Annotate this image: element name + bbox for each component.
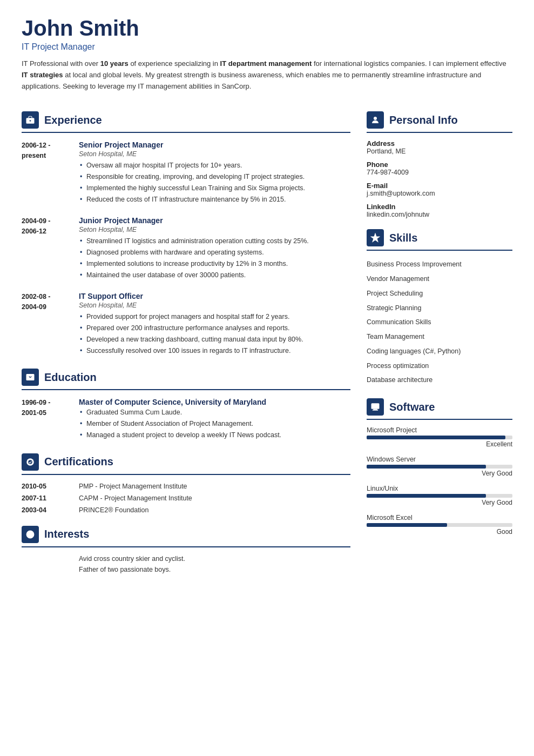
exp-title-3: IT Support Officer xyxy=(79,292,350,300)
skills-header: Skills xyxy=(367,229,512,246)
interests-title: Interests xyxy=(44,528,89,540)
interests-icon xyxy=(22,526,39,543)
exp-bullet: Implemented solutions to increase produc… xyxy=(79,259,350,269)
personal-info-divider xyxy=(367,132,512,133)
exp-content-3: IT Support Officer Seton Hospital, ME Pr… xyxy=(79,292,350,357)
software-divider xyxy=(367,419,512,420)
exp-bullets-1: Oversaw all major hospital IT projects f… xyxy=(79,160,350,204)
personal-info-title: Personal Info xyxy=(389,114,458,126)
candidate-title: IT Project Manager xyxy=(22,42,512,52)
exp-bullet: Reduced the costs of IT infrastructure m… xyxy=(79,195,350,205)
info-label-email: E-mail xyxy=(367,182,512,190)
cert-date-3: 2003-04 xyxy=(22,506,70,514)
software-section: Software Microsoft Project Excellent Win… xyxy=(367,398,512,536)
skills-divider xyxy=(367,250,512,251)
candidate-name: John Smith xyxy=(22,16,512,40)
education-title: Education xyxy=(44,371,97,384)
skill-item-9: Database architecture xyxy=(367,373,512,387)
skill-item-7: Coding languages (C#, Python) xyxy=(367,344,512,359)
personal-info-icon xyxy=(367,111,384,129)
exp-bullet: Provided support for project managers an… xyxy=(79,312,350,322)
software-name-3: Linux/Unix xyxy=(367,485,512,492)
software-header: Software xyxy=(367,398,512,416)
software-bar-label-1: Excellent xyxy=(367,440,512,448)
education-header: Education xyxy=(22,369,350,386)
software-title: Software xyxy=(389,401,435,413)
cert-date-2: 2007-11 xyxy=(22,494,70,502)
software-bar-bg-1 xyxy=(367,436,512,439)
interests-section: Interests Avid cross country skier and c… xyxy=(22,526,350,573)
interest-indent xyxy=(22,555,70,563)
software-bar-bg-3 xyxy=(367,494,512,498)
software-bar-bg-2 xyxy=(367,465,512,469)
software-bar-fill-2 xyxy=(367,465,486,469)
software-item-2: Windows Server Very Good xyxy=(367,456,512,477)
interest-indent xyxy=(22,566,70,573)
software-bar-fill-3 xyxy=(367,494,486,498)
education-icon xyxy=(22,369,39,386)
exp-bullet: Maintained the user database of over 300… xyxy=(79,270,350,280)
exp-title-2: Junior Project Manager xyxy=(79,216,350,225)
personal-info-header: Personal Info xyxy=(367,111,512,129)
skill-item-8: Process optimization xyxy=(367,359,512,373)
interests-divider xyxy=(22,546,350,547)
software-name-2: Windows Server xyxy=(367,456,512,463)
education-section: Education 1996-09 -2001-05 Master of Com… xyxy=(22,369,350,441)
software-bar-label-4: Good xyxy=(367,528,512,536)
exp-bullet: Implemented the highly successful Lean T… xyxy=(79,183,350,193)
skill-item-2: Vendor Management xyxy=(367,272,512,286)
skill-item-6: Team Management xyxy=(367,330,512,344)
interests-header: Interests xyxy=(22,526,350,543)
edu-content-1: Master of Computer Science, University o… xyxy=(79,398,350,441)
interest-text-1: Avid cross country skier and cyclist. xyxy=(79,555,185,563)
cert-date-1: 2010-05 xyxy=(22,483,70,490)
certifications-divider xyxy=(22,474,350,475)
info-linkedin: LinkedIn linkedin.com/johnutw xyxy=(367,203,512,218)
candidate-summary: IT Professional with over 10 years of ex… xyxy=(22,58,512,92)
experience-divider xyxy=(22,132,350,133)
exp-bullet: Responsible for creating, improving, and… xyxy=(79,172,350,182)
cert-entry-1: 2010-05 PMP - Project Management Institu… xyxy=(22,483,350,490)
edu-bullet: Member of Student Association of Project… xyxy=(79,419,350,429)
resume-wrapper: John Smith IT Project Manager IT Profess… xyxy=(0,0,534,756)
info-value-address: Portland, ME xyxy=(367,148,512,155)
exp-bullet: Diagnosed problems with hardware and ope… xyxy=(79,247,350,258)
software-bar-fill-1 xyxy=(367,436,505,439)
svg-point-4 xyxy=(28,460,32,464)
experience-header: Experience xyxy=(22,111,350,129)
skills-title: Skills xyxy=(389,232,417,244)
svg-rect-8 xyxy=(373,409,377,410)
skill-item-5: Communication Skills xyxy=(367,315,512,330)
exp-date-1: 2006-12 -present xyxy=(22,141,70,205)
info-address: Address Portland, ME xyxy=(367,139,512,155)
exp-bullet: Prepared over 200 infrastructure perform… xyxy=(79,323,350,333)
interest-entry-1: Avid cross country skier and cyclist. xyxy=(22,555,350,563)
exp-bullets-3: Provided support for project managers an… xyxy=(79,312,350,356)
exp-date-3: 2002-08 -2004-09 xyxy=(22,292,70,357)
skill-item-4: Strategic Planning xyxy=(367,301,512,316)
info-label-phone: Phone xyxy=(367,160,512,169)
exp-subtitle-2: Seton Hospital, ME xyxy=(79,226,350,233)
exp-bullet: Developed a new tracking dashboard, cutt… xyxy=(79,334,350,345)
personal-info-section: Personal Info Address Portland, ME Phone… xyxy=(367,111,512,218)
software-bar-label-3: Very Good xyxy=(367,499,512,506)
skill-item-3: Project Scheduling xyxy=(367,286,512,301)
svg-point-6 xyxy=(374,117,377,120)
certifications-title: Certifications xyxy=(44,456,113,468)
experience-section: Experience 2006-12 -present Senior Proje… xyxy=(22,111,350,357)
interest-entry-2: Father of two passionate boys. xyxy=(22,566,350,573)
info-phone: Phone 774-987-4009 xyxy=(367,160,512,176)
skill-item-1: Business Process Improvement xyxy=(367,257,512,272)
skills-section: Skills Business Process Improvement Vend… xyxy=(367,229,512,387)
experience-title: Experience xyxy=(44,114,102,126)
software-bar-label-2: Very Good xyxy=(367,470,512,477)
cert-title-1: PMP - Project Management Institute xyxy=(79,483,187,490)
info-email: E-mail j.smith@uptowork.com xyxy=(367,182,512,197)
software-item-1: Microsoft Project Excellent xyxy=(367,426,512,448)
right-column: Personal Info Address Portland, ME Phone… xyxy=(367,111,512,585)
exp-bullets-2: Streamlined IT logistics and administrat… xyxy=(79,236,350,280)
software-name-1: Microsoft Project xyxy=(367,426,512,434)
exp-subtitle-3: Seton Hospital, ME xyxy=(79,302,350,309)
cert-entry-3: 2003-04 PRINCE2® Foundation xyxy=(22,506,350,514)
experience-entry-1: 2006-12 -present Senior Project Manager … xyxy=(22,141,350,205)
